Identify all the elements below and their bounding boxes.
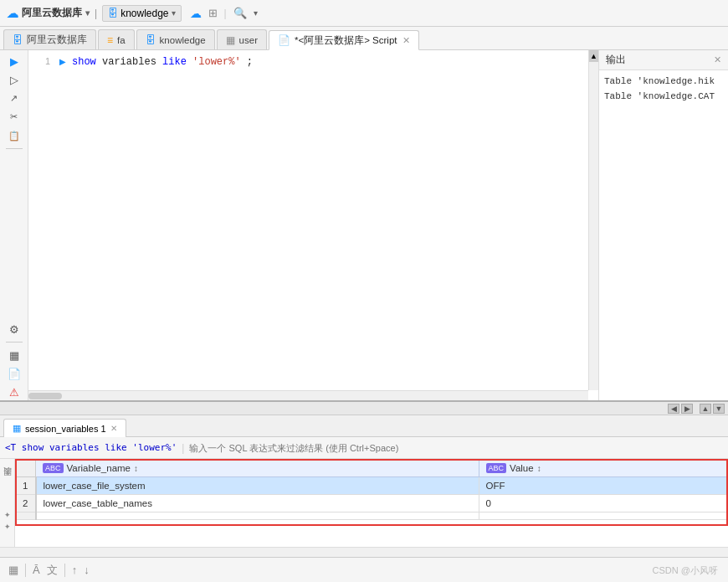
data-table-wrapper: 图表 ✦ ✦: [0, 459, 728, 557]
result-tab-close[interactable]: ✕: [110, 424, 117, 433]
col-type-abc-2: ABC: [486, 463, 507, 473]
sidebar-btn-6[interactable]: ⚠: [5, 385, 23, 400]
result-tab-icon: ▦: [13, 423, 21, 434]
sidebar-div2: [6, 342, 23, 343]
table-header-row: ABC Variable_name ↕ ABC Value: [16, 460, 728, 477]
brand-chevron[interactable]: ▾: [85, 8, 90, 18]
tab-knowledge[interactable]: 🗄 knowledge: [136, 29, 215, 49]
result-scrollbar-h[interactable]: [0, 547, 728, 557]
editor-line-1: 1 ▶ show variables like 'lower%' ;: [28, 55, 588, 72]
watermark: CSDN @小风呀: [653, 564, 718, 577]
kw-show: show: [72, 56, 96, 68]
filter-input[interactable]: [189, 440, 723, 456]
col-label-value: Value: [510, 463, 534, 473]
tab-script-close[interactable]: ✕: [402, 35, 410, 46]
db-selector[interactable]: 🗄 knowledge ▾: [102, 5, 181, 22]
line-number-1: 1: [33, 56, 57, 66]
output-content: Table 'knowledge.hik Table 'knowledge.CA…: [599, 70, 728, 400]
result-tab-label: session_variables 1: [25, 424, 106, 434]
db-label: knowledge: [120, 8, 168, 19]
tab-aliyun-label: 阿里云数据库: [27, 33, 87, 46]
output-title: 输出: [606, 53, 709, 67]
title-icons: ☁ ⊞ | 🔍 ▾: [190, 7, 258, 20]
schema-icon[interactable]: ⊞: [208, 7, 218, 19]
col-label-variable-name: Variable_name: [67, 463, 131, 473]
sort-icon-2[interactable]: ↕: [537, 464, 541, 473]
tab-knowledge-label: knowledge: [160, 35, 206, 45]
tab-fa[interactable]: ≡ fa: [98, 29, 135, 49]
output-line-2: Table 'knowledge.CAT: [604, 89, 723, 104]
code-str: 'lower%': [192, 56, 241, 68]
output-panel: 输出 ✕ Table 'knowledge.hik Table 'knowled…: [598, 50, 728, 400]
scroll-nav-right[interactable]: ▶: [681, 404, 693, 414]
sidebar-btn-1[interactable]: ↗: [5, 91, 23, 106]
tab-script[interactable]: 📄 *<阿里云数据库> Script ✕: [269, 30, 420, 50]
tab-db-icon2: 🗄: [146, 34, 156, 46]
title-bar: ☁ 阿里云数据库 ▾ | 🗄 knowledge ▾ ☁ ⊞ | 🔍 ▾: [0, 0, 728, 27]
run-btn[interactable]: ▶: [5, 54, 23, 69]
line-run-btn-1[interactable]: ▶: [57, 55, 69, 67]
scroll-nav-down[interactable]: ▼: [713, 404, 725, 414]
row-num-header: [16, 460, 36, 477]
left-sidebar: ▶ ▷ ↗ ✂ 📋 ⚙ ▦ 📄 ⚠: [0, 50, 28, 400]
bottom-grid-icon[interactable]: ▦: [8, 564, 18, 576]
table-row-2[interactable]: 2 lower_case_table_names 0: [16, 495, 728, 512]
scroll-nav-left[interactable]: ◀: [668, 404, 679, 414]
editor-content[interactable]: 1 ▶ show variables like 'lower%' ;: [28, 50, 588, 390]
row-num-1: 1: [16, 477, 36, 495]
filter-sql: <T show variables like 'lower%': [5, 442, 177, 453]
sidebar-btn-gear[interactable]: ⚙: [5, 322, 23, 337]
tab-db-icon: 🗄: [13, 34, 23, 46]
scroll-nav-up[interactable]: ▲: [700, 404, 711, 414]
result-tab-1[interactable]: ▦ session_variables 1 ✕: [3, 419, 126, 437]
sidebar-btn-4[interactable]: ▦: [5, 348, 23, 363]
tab-user[interactable]: ▦ user: [217, 29, 267, 49]
sep-icon: |: [224, 8, 227, 19]
cloud-icon[interactable]: ☁: [190, 7, 202, 20]
row-1-col-2: OFF: [479, 477, 727, 495]
col-type-abc-1: ABC: [43, 463, 64, 473]
table-left-bar: 图表 ✦ ✦: [0, 459, 15, 547]
sort-icon-1[interactable]: ↕: [134, 464, 138, 473]
filter-bar: <T show variables like 'lower%' |: [0, 437, 728, 459]
sidebar-btn-3[interactable]: 📋: [5, 128, 23, 143]
table-sort-icons: ✦ ✦: [4, 511, 11, 531]
bottom-text-icon[interactable]: Ā: [33, 564, 40, 576]
row-num-2: 2: [16, 495, 36, 512]
bottom-up-icon[interactable]: ↑: [72, 564, 78, 576]
table-with-sidebar: 图表 ✦ ✦: [0, 459, 728, 547]
results-panel: ▦ session_variables 1 ✕ <T show variable…: [0, 415, 728, 582]
table-row-1[interactable]: 1 lower_case_file_system OFF: [16, 477, 728, 495]
brand-logo: ☁ 阿里云数据库 ▾: [7, 6, 90, 20]
tab-script-label: *<阿里云数据库> Script: [295, 34, 397, 47]
sidebar-btn-2[interactable]: ✂: [5, 110, 23, 125]
brand-icon: ☁: [7, 7, 18, 20]
editor-area[interactable]: 1 ▶ show variables like 'lower%' ; ▲: [28, 50, 598, 400]
filter-sep: |: [182, 442, 184, 454]
row-2-col-2: 0: [479, 495, 727, 512]
db-icon: 🗄: [108, 8, 118, 19]
output-close-btn[interactable]: ✕: [714, 54, 721, 65]
code-space: variables: [102, 56, 162, 68]
title-sep: |: [95, 8, 97, 19]
tab-aliyun[interactable]: 🗄 阿里云数据库: [3, 29, 96, 49]
search-chevron[interactable]: ▾: [254, 8, 258, 18]
editor-scrollbar-h[interactable]: [28, 390, 588, 400]
play-btn[interactable]: ▷: [5, 72, 23, 87]
tab-user-label: user: [239, 35, 258, 45]
output-line-1: Table 'knowledge.hik: [604, 74, 723, 89]
bottom-down-icon[interactable]: ↓: [84, 564, 90, 576]
tab-fa-label: fa: [117, 35, 126, 45]
search-icon[interactable]: 🔍: [233, 7, 247, 19]
code-semi: ;: [247, 56, 253, 68]
sidebar-btn-5[interactable]: 📄: [5, 367, 23, 382]
scroll-up-btn[interactable]: ▲: [589, 50, 598, 62]
row-2-col-1: lower_case_table_names: [36, 495, 479, 512]
col-header-value: ABC Value ↕: [479, 460, 727, 477]
kw-like: like: [162, 56, 187, 68]
editor-output-row: ▶ ▷ ↗ ✂ 📋 ⚙ ▦ 📄 ⚠ 1 ▶ show variables: [0, 50, 728, 402]
db-chevron[interactable]: ▾: [172, 8, 176, 18]
row-empty-2: [479, 512, 727, 520]
editor-scrollbar-v[interactable]: ▲: [588, 50, 598, 390]
bottom-text2-icon[interactable]: 文: [47, 563, 58, 578]
